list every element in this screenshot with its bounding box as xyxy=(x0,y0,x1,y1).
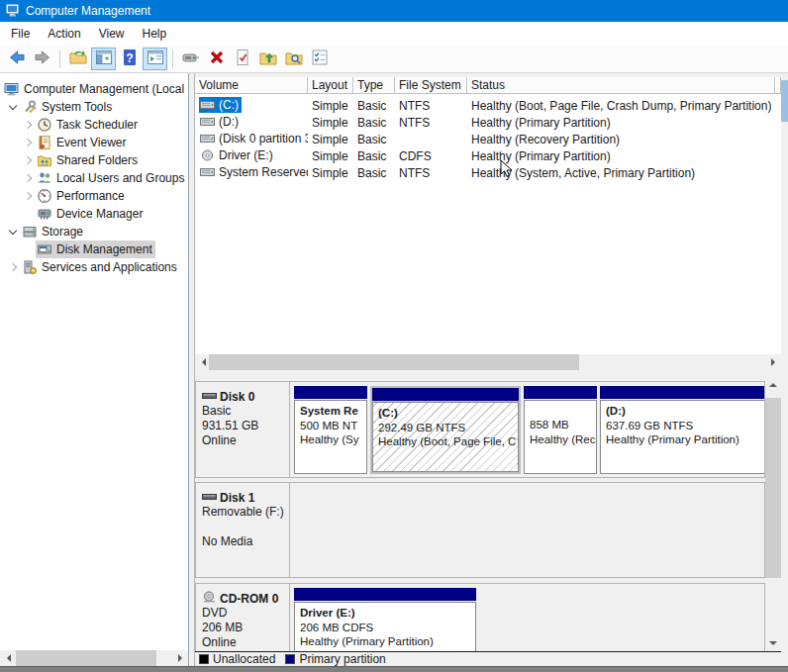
volume-list-horizontal-scrollbar[interactable] xyxy=(195,354,781,370)
export-list-button[interactable] xyxy=(65,48,90,70)
volume-row-system-reserved[interactable]: System ReservedSimpleBasicNTFSHealthy (S… xyxy=(195,164,781,181)
tree-item-task-scheduler[interactable]: Task Scheduler xyxy=(0,116,188,134)
show-action-pane-button[interactable] xyxy=(143,48,167,70)
expander-icon[interactable] xyxy=(6,223,21,240)
disk-name-label: CD-ROM 0 xyxy=(220,592,278,606)
tools-icon xyxy=(22,99,38,115)
task-list-button[interactable] xyxy=(307,48,332,70)
menu-view[interactable]: View xyxy=(90,23,134,45)
tree-item-label: Task Scheduler xyxy=(56,118,138,132)
window-bottom-edge xyxy=(0,666,788,672)
tree-item-label: Disk Management xyxy=(56,242,152,256)
volume-cell: (C:) xyxy=(195,97,308,114)
tree-item-label: Storage xyxy=(42,225,83,239)
scroll-right-arrow-icon[interactable] xyxy=(172,650,188,666)
volume-name: (Disk 0 partition 3) xyxy=(219,132,308,145)
scroll-down-arrow-icon[interactable] xyxy=(765,635,781,651)
layout-cell: Simple xyxy=(308,149,353,163)
tree-item-shared-folders[interactable]: Shared Folders xyxy=(0,151,188,169)
layout-value: Simple xyxy=(312,133,348,146)
scroll-up-arrow-icon[interactable] xyxy=(765,376,781,392)
scrollbar-thumb[interactable] xyxy=(209,354,579,370)
partition-status: Healthy (Rec xyxy=(530,432,596,447)
status-cell: Healthy (System, Active, Primary Partiti… xyxy=(467,166,775,180)
graphical-view-vertical-scrollbar[interactable] xyxy=(765,376,781,651)
device-button[interactable] xyxy=(178,48,203,70)
tree-item-event-viewer[interactable]: !Event Viewer xyxy=(0,134,188,151)
disk-info-cd-rom-0[interactable]: CD-ROM 0DVD206 MBOnline xyxy=(196,584,290,651)
column-header-volume[interactable]: Volume xyxy=(195,77,308,94)
show-console-tree-button[interactable] xyxy=(91,48,116,70)
disk-info-disk-0[interactable]: Disk 0Basic931.51 GBOnline xyxy=(196,382,290,477)
tree-item-services-and-applications[interactable]: Services and Applications xyxy=(0,258,188,276)
partition-system-re[interactable]: System Re500 MB NTHealthy (Sy xyxy=(294,386,367,474)
volume-item: (D:) xyxy=(199,114,242,130)
expander-icon[interactable] xyxy=(21,151,36,169)
column-header-type[interactable]: Type xyxy=(353,77,395,94)
tree-item-computer-management-local[interactable]: Computer Management (Local xyxy=(0,80,188,98)
expander-icon[interactable] xyxy=(21,169,36,187)
tree-item-disk-management[interactable]: Disk Management xyxy=(0,240,188,258)
tree-item-performance[interactable]: Performance xyxy=(0,187,188,205)
fs-cell: NTFS xyxy=(395,166,467,180)
tree-item-label: Performance xyxy=(56,189,125,203)
type-value: Basic xyxy=(357,99,386,113)
scrollbar-thumb[interactable] xyxy=(16,650,156,666)
menu-file[interactable]: File xyxy=(2,23,39,45)
scroll-right-arrow-icon[interactable] xyxy=(765,354,781,370)
tree-item-system-tools[interactable]: System Tools xyxy=(0,98,188,116)
title-bar[interactable]: Computer Management xyxy=(0,0,788,22)
tree-item-label: Services and Applications xyxy=(42,260,177,274)
status-value: Healthy (Recovery Partition) xyxy=(471,133,620,146)
status-value: Healthy (Primary Partition) xyxy=(471,149,611,163)
partition-driver-e[interactable]: Driver (E:)206 MB CDFSHealthy (Primary P… xyxy=(294,588,476,651)
pane-vertical-scrollbar[interactable] xyxy=(781,73,788,666)
partition-unnamed[interactable]: 858 MBHealthy (Rec xyxy=(524,386,597,474)
volume-row-disk-0-partition-3[interactable]: (Disk 0 partition 3)SimpleBasicHealthy (… xyxy=(195,131,781,147)
expander-spacer xyxy=(21,205,36,223)
volume-item: System Reserved xyxy=(199,164,308,180)
delete-button[interactable] xyxy=(204,48,229,70)
scroll-left-arrow-icon[interactable] xyxy=(0,650,16,666)
expander-icon[interactable] xyxy=(6,258,21,276)
console-tree: Computer Management (LocalSystem ToolsTa… xyxy=(0,80,188,650)
help-icon: ? xyxy=(120,48,140,70)
expander-icon[interactable] xyxy=(21,116,36,134)
scrollbar-thumb[interactable] xyxy=(781,80,788,122)
app-icon[interactable] xyxy=(6,3,20,20)
expander-icon[interactable] xyxy=(6,98,21,116)
tree-item-content: !Event Viewer xyxy=(36,134,129,151)
help-button[interactable]: ? xyxy=(117,48,142,70)
forward-button[interactable] xyxy=(30,48,54,70)
expander-icon[interactable] xyxy=(21,187,36,205)
folder-up-button[interactable] xyxy=(255,48,280,70)
column-header-status[interactable]: Status xyxy=(467,77,775,94)
volume-row-driver-e[interactable]: Driver (E:)SimpleBasicCDFSHealthy (Prima… xyxy=(195,147,781,164)
tree-item-storage[interactable]: Storage xyxy=(0,223,188,240)
volume-row-c[interactable]: (C:)SimpleBasicNTFSHealthy (Boot, Page F… xyxy=(195,97,781,114)
menu-action[interactable]: Action xyxy=(39,23,89,45)
volume-name: (C:) xyxy=(219,98,239,112)
volume-name: System Reserved xyxy=(219,165,308,179)
device-icon xyxy=(181,48,201,70)
cd-volume-icon xyxy=(200,149,215,161)
properties-button[interactable] xyxy=(230,48,254,70)
layout-cell: Simple xyxy=(308,133,353,146)
expander-icon[interactable] xyxy=(21,134,36,151)
column-header-layout[interactable]: Layout xyxy=(308,77,353,94)
type-cell: Basic xyxy=(353,133,395,146)
back-button[interactable] xyxy=(4,48,29,70)
menu-help[interactable]: Help xyxy=(134,23,176,45)
partition-d[interactable]: (D:)637.69 GB NTFSHealthy (Primary Parti… xyxy=(600,386,764,474)
tree-item-local-users-and-groups[interactable]: Local Users and Groups xyxy=(0,169,188,187)
disk-info-disk-1[interactable]: Disk 1Removable (F:)No Media xyxy=(196,483,290,577)
partition-c[interactable]: (C:)292.49 GB NTFSHealthy (Boot, Page Fi… xyxy=(370,386,521,474)
tree-horizontal-scrollbar[interactable] xyxy=(0,650,188,666)
column-header-file-system[interactable]: File System xyxy=(395,77,467,94)
volume-row-d[interactable]: (D:)SimpleBasicNTFSHealthy (Primary Part… xyxy=(195,114,781,131)
tree-item-device-manager[interactable]: Device Manager xyxy=(0,205,188,223)
scrollbar-thumb[interactable] xyxy=(765,398,781,578)
toolbar: ? xyxy=(0,46,788,73)
folder-search-button[interactable] xyxy=(281,48,306,70)
disk-name-label: Disk 0 xyxy=(220,390,254,404)
